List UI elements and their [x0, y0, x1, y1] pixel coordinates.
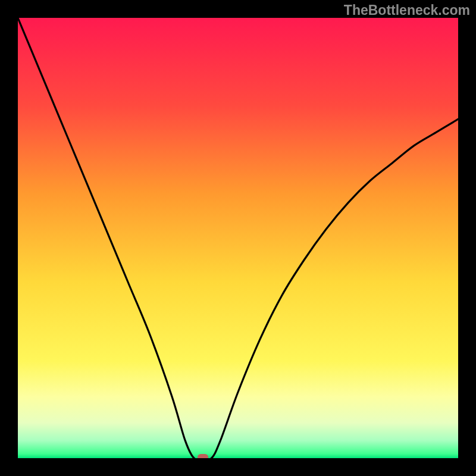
- curve-layer: [18, 18, 458, 458]
- bottleneck-curve: [18, 18, 458, 458]
- chart-frame: TheBottleneck.com: [0, 0, 476, 476]
- watermark-text: TheBottleneck.com: [344, 2, 470, 18]
- plot-area: [18, 18, 458, 458]
- bottleneck-marker: [198, 454, 208, 458]
